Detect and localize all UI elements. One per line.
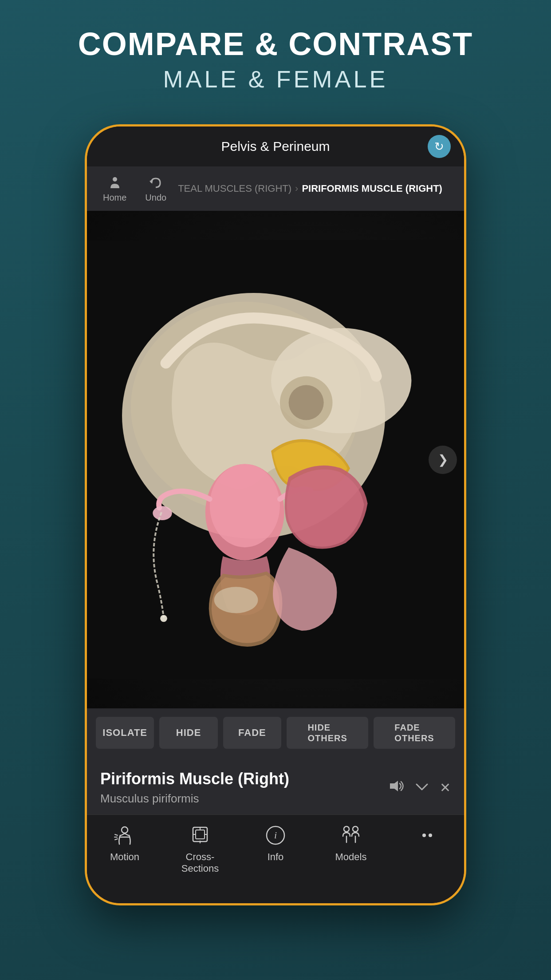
cross-sections-label: Cross-Sections [181, 851, 219, 875]
structure-title: Piriformis Muscle (Right) [100, 770, 289, 788]
refresh-button[interactable]: ↻ [428, 135, 451, 158]
isolate-label: ISOLATE [102, 727, 147, 739]
svg-point-14 [122, 827, 128, 833]
nav-motion[interactable]: Motion [87, 824, 162, 863]
chevron-down-icon [415, 782, 429, 792]
svg-point-28 [429, 834, 432, 837]
anatomy-scene [87, 211, 464, 708]
motion-icon [112, 824, 137, 847]
svg-point-23 [344, 826, 349, 832]
motion-label: Motion [110, 851, 139, 863]
hide-others-label: HIDEOTHERS [307, 722, 347, 743]
nav-models[interactable]: Models [313, 824, 389, 863]
header-section: COMPARE & CONTRAST MALE & FEMALE [0, 27, 551, 93]
fade-others-label: FADEOTHERS [394, 722, 434, 743]
svg-point-9 [210, 464, 280, 547]
arrow-icon: ❯ [438, 452, 448, 467]
info-controls: ✕ [388, 779, 451, 796]
home-icon [107, 175, 123, 191]
info-label: Info [268, 851, 284, 863]
expand-button[interactable] [415, 779, 429, 796]
models-icon [338, 824, 363, 847]
phone-frame: Pelvis & Perineum ↻ Home Undo [85, 124, 466, 905]
sound-button[interactable] [388, 779, 404, 796]
breadcrumb-current: PIRIFORMIS MUSCLE (RIGHT) [302, 183, 442, 194]
models-label: Models [335, 851, 367, 863]
breadcrumb: TEAL MUSCLES (RIGHT) › PIRIFORMIS MUSCLE… [178, 183, 455, 194]
undo-icon [148, 175, 164, 191]
fade-button[interactable]: FADE [223, 717, 281, 749]
svg-point-25 [353, 826, 358, 832]
action-bar: ISOLATE HIDE FADE HIDEOTHERS FADEOTHERS [87, 708, 464, 757]
svg-text:i: i [274, 830, 277, 841]
screen-title: Pelvis & Perineum [221, 139, 330, 154]
undo-label: Undo [145, 193, 166, 203]
svg-point-27 [422, 834, 426, 837]
nav-more[interactable] [389, 824, 464, 847]
home-label: Home [103, 193, 126, 203]
phone-screen: Pelvis & Perineum ↻ Home Undo [87, 126, 464, 903]
svg-marker-13 [390, 781, 398, 791]
info-circle-icon: i [263, 824, 288, 847]
more-icon [420, 824, 433, 847]
anatomy-svg [87, 211, 464, 708]
main-subtitle: MALE & FEMALE [0, 65, 551, 93]
svg-point-10 [153, 506, 172, 520]
sound-icon [388, 780, 404, 792]
fade-label: FADE [238, 727, 266, 739]
title-group: Piriformis Muscle (Right) Musculus pirif… [100, 770, 289, 806]
main-title: COMPARE & CONTRAST [0, 27, 551, 62]
info-panel: Piriformis Muscle (Right) Musculus pirif… [87, 757, 464, 814]
breadcrumb-separator: › [295, 183, 298, 194]
svg-point-0 [113, 177, 117, 182]
structure-latin-name: Musculus piriformis [100, 792, 289, 806]
hide-others-button[interactable]: HIDEOTHERS [287, 717, 368, 749]
top-bar: Pelvis & Perineum ↻ [87, 126, 464, 166]
svg-point-7 [289, 385, 324, 420]
next-arrow-button[interactable]: ❯ [429, 446, 457, 474]
nav-cross-sections[interactable]: Cross-Sections [162, 824, 238, 875]
refresh-icon: ↻ [434, 140, 444, 154]
fade-others-button[interactable]: FADEOTHERS [374, 717, 455, 749]
svg-point-12 [214, 587, 258, 613]
close-button[interactable]: ✕ [440, 780, 451, 795]
svg-rect-16 [196, 830, 205, 839]
layers-icon [188, 824, 213, 847]
svg-point-11 [160, 615, 167, 622]
isolate-button[interactable]: ISOLATE [96, 717, 154, 749]
hide-button[interactable]: HIDE [159, 717, 217, 749]
hide-label: HIDE [176, 727, 201, 739]
3d-viewport[interactable]: ❯ [87, 211, 464, 708]
breadcrumb-prev: TEAL MUSCLES (RIGHT) [178, 183, 291, 194]
home-button[interactable]: Home [96, 171, 134, 206]
nav-info[interactable]: i Info [238, 824, 313, 863]
bottom-nav: Motion Cross-Sections i [87, 814, 464, 903]
nav-bar: Home Undo TEAL MUSCLES (RIGHT) › PIRIFOR… [87, 166, 464, 211]
info-header: Piriformis Muscle (Right) Musculus pirif… [100, 770, 451, 806]
undo-button[interactable]: Undo [138, 171, 173, 206]
